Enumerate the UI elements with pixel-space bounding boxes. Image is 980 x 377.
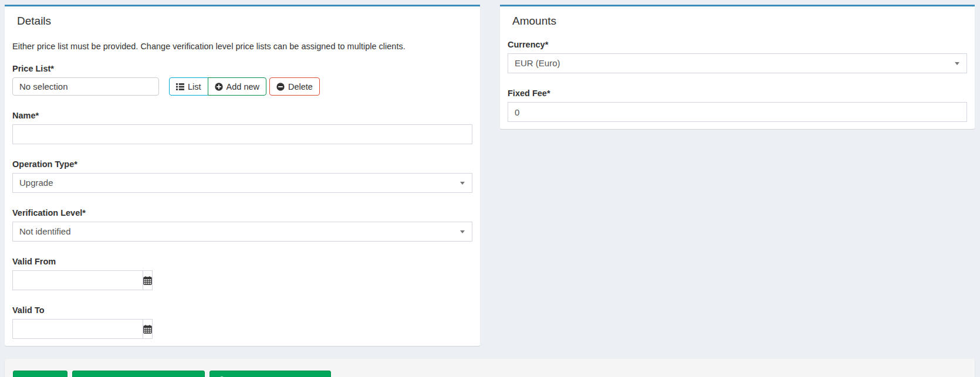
plus-circle-icon (215, 83, 223, 91)
price-list-add-new-button[interactable]: Add new (208, 77, 266, 96)
form-actions-bar: Create Create and return to list (5, 359, 975, 377)
verification-level-group: Verification Level* Not identified (12, 208, 472, 242)
price-list-list-button-label: List (188, 82, 201, 91)
chevron-down-icon (460, 230, 465, 233)
valid-from-group: Valid From (12, 257, 472, 290)
valid-to-label: Valid To (12, 305, 472, 315)
operation-type-select[interactable]: Upgrade (12, 173, 472, 193)
price-list-row: List Add new (12, 77, 472, 96)
amounts-panel-title: Amounts (512, 15, 967, 28)
valid-to-calendar-button[interactable] (143, 319, 153, 339)
valid-to-date-group (12, 319, 144, 339)
chevron-down-icon (955, 62, 959, 65)
valid-to-group: Valid To (12, 305, 472, 339)
operation-type-group: Operation Type* Upgrade (12, 159, 472, 193)
details-panel-title: Details (17, 15, 472, 28)
price-list-delete-button[interactable]: Delete (269, 77, 320, 96)
currency-select[interactable]: EUR (Euro) (508, 53, 967, 73)
form-columns: Details Either price list must be provid… (5, 5, 975, 346)
verification-level-select[interactable]: Not identified (12, 222, 472, 242)
chevron-down-icon (460, 182, 465, 185)
price-list-list-button[interactable]: List (169, 77, 208, 96)
price-list-action-buttons: List Add new (169, 77, 320, 96)
price-list-delete-button-label: Delete (288, 82, 313, 91)
valid-from-label: Valid From (12, 257, 472, 266)
calendar-icon (143, 325, 152, 334)
price-list-group: Price List* List (12, 64, 472, 96)
price-list-input[interactable] (12, 77, 159, 96)
name-group: Name* (12, 111, 472, 144)
currency-label: Currency* (508, 40, 967, 49)
operation-type-label: Operation Type* (12, 159, 472, 169)
valid-from-input[interactable] (12, 270, 143, 290)
fixed-fee-input[interactable] (508, 102, 967, 122)
fixed-fee-group: Fixed Fee* (508, 89, 967, 122)
currency-selected-value: EUR (Euro) (515, 58, 560, 68)
create-and-return-button[interactable]: Create and return to list (72, 371, 205, 377)
verification-level-label: Verification Level* (12, 208, 472, 218)
price-list-label: Price List* (12, 64, 472, 73)
valid-from-date-group (12, 270, 144, 290)
valid-to-input[interactable] (12, 319, 143, 339)
create-button[interactable]: Create (13, 371, 67, 377)
operation-type-selected-value: Upgrade (19, 178, 53, 188)
verification-level-selected-value: Not identified (19, 226, 71, 236)
amounts-panel: Amounts Currency* EUR (Euro) Fixed Fee* (500, 5, 975, 129)
calendar-icon (143, 276, 152, 285)
list-icon (176, 83, 184, 91)
create-and-add-another-button[interactable]: Create and add another (209, 371, 331, 377)
name-input[interactable] (12, 124, 472, 144)
details-panel: Details Either price list must be provid… (5, 5, 480, 346)
currency-group: Currency* EUR (Euro) (508, 40, 967, 73)
details-help-text: Either price list must be provided. Chan… (12, 42, 472, 51)
page: Details Either price list must be provid… (0, 0, 980, 377)
name-label: Name* (12, 111, 472, 120)
fixed-fee-label: Fixed Fee* (508, 89, 967, 98)
valid-from-calendar-button[interactable] (143, 270, 153, 290)
price-list-add-new-button-label: Add new (227, 82, 259, 91)
minus-circle-icon (276, 83, 285, 91)
